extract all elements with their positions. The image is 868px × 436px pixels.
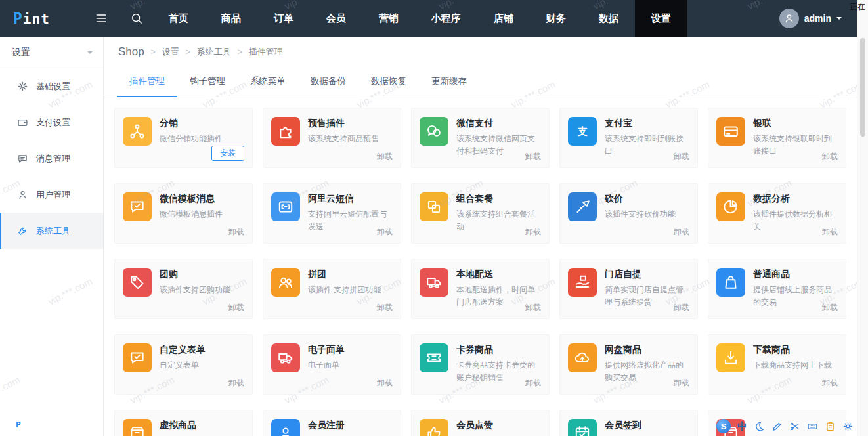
wallet-icon: [17, 117, 28, 128]
uninstall-link[interactable]: 卸载: [822, 378, 838, 389]
tab-2[interactable]: 钩子管理: [177, 67, 238, 97]
nav-item-4[interactable]: 会员: [310, 0, 362, 37]
tab-3[interactable]: 系统菜单: [238, 67, 298, 97]
sidebar-item-2[interactable]: 支付设置: [0, 104, 103, 141]
plugin-card: 支支付宝该系统支持即时到账接口卸载: [559, 108, 698, 168]
plugin-title: 会员点赞: [456, 420, 541, 431]
plugin-desc: 该插件支持砍价功能: [605, 208, 689, 221]
plugin-title: 银联: [753, 118, 838, 129]
plugin-title: 下载商品: [753, 344, 838, 356]
uninstall-link[interactable]: 卸载: [228, 227, 244, 238]
plugin-title: 本地配送: [456, 269, 541, 280]
main-content: Shop>设置>系统工具>插件管理 插件管理钩子管理系统菜单数据备份数据恢复更新…: [104, 37, 868, 436]
breadcrumb-item-1[interactable]: Shop: [118, 45, 144, 58]
nav-item-5[interactable]: 营销: [362, 0, 415, 37]
scissors-icon[interactable]: [789, 421, 800, 432]
uninstall-link[interactable]: 卸载: [674, 302, 689, 313]
sidebar-item-4[interactable]: 用户管理: [0, 177, 103, 213]
uninstall-link[interactable]: 卸载: [377, 151, 393, 162]
uninstall-link[interactable]: 卸载: [674, 151, 689, 162]
nav-item-3[interactable]: 订单: [257, 0, 310, 37]
plugin-icon-tile: [123, 343, 152, 372]
uninstall-link[interactable]: 卸载: [525, 151, 541, 162]
plugin-title: 卡券商品: [456, 344, 541, 356]
uninstall-link[interactable]: 卸载: [377, 302, 393, 313]
nav-item-2[interactable]: 商品: [205, 0, 257, 37]
clipboard-icon[interactable]: [825, 421, 836, 432]
plugin-icon-tile: [123, 117, 152, 146]
plugin-card: 微信模板消息微信模板消息插件卸载: [114, 183, 253, 244]
breadcrumb-separator: >: [151, 47, 156, 56]
chatcheck-icon: [129, 198, 146, 215]
ime-language-indicator[interactable]: 中: [737, 420, 747, 433]
plugin-icon-tile: [123, 419, 152, 436]
search-icon[interactable]: [130, 12, 143, 25]
sidebar-title-label: 设置: [12, 47, 30, 58]
tab-4[interactable]: 数据备份: [298, 67, 358, 97]
sidebar-item-label: 系统工具: [36, 225, 70, 237]
moon-icon[interactable]: [754, 421, 765, 432]
plugin-card: 本地配送本地配送插件，时间单 门店配送方案卸载: [411, 259, 550, 319]
chatcheck-icon: [129, 349, 146, 366]
app-logo[interactable]: Pint: [13, 10, 50, 27]
breadcrumb-item-2[interactable]: 设置: [162, 46, 179, 58]
uninstall-link[interactable]: 卸载: [525, 378, 541, 389]
hamburger-menu-icon[interactable]: [95, 12, 108, 25]
tools-icon: [17, 225, 28, 236]
user-menu[interactable]: admin: [779, 9, 842, 28]
plugin-card: 银联该系统支持银联即时到账接口卸载: [708, 108, 846, 168]
nav-item-1[interactable]: 首页: [152, 0, 205, 37]
plugin-icon-tile: [420, 343, 448, 372]
tab-1[interactable]: 插件管理: [117, 67, 177, 97]
uninstall-link[interactable]: 卸载: [674, 227, 689, 238]
sidebar-menu: 基础设置支付设置消息管理用户管理系统工具: [0, 68, 103, 249]
sidebar-item-1[interactable]: 基础设置: [0, 68, 103, 104]
tag-icon: [129, 274, 146, 291]
uninstall-link[interactable]: 卸载: [822, 227, 838, 238]
plugin-card: 微信支付该系统支持微信网页支付和扫码支付卸载: [411, 108, 550, 168]
plugin-title: 电子面单: [308, 344, 393, 356]
scrollbar-track[interactable]: [857, 0, 868, 436]
pen-icon[interactable]: [771, 421, 783, 432]
uninstall-link[interactable]: 卸载: [228, 378, 244, 389]
breadcrumb-item-4[interactable]: 插件管理: [249, 46, 283, 58]
plugin-icon-tile: [716, 268, 745, 297]
username: admin: [804, 13, 831, 24]
keyboard-icon[interactable]: [807, 421, 818, 432]
plugin-info: 会员点赞: [456, 419, 541, 436]
nav-item-8[interactable]: 财务: [530, 0, 582, 37]
breadcrumb-item-3[interactable]: 系统工具: [197, 46, 231, 58]
plugin-card: 会员签到: [559, 410, 698, 436]
uninstall-link[interactable]: 卸载: [525, 302, 541, 313]
nav-item-7[interactable]: 店铺: [477, 0, 530, 37]
tab-6[interactable]: 更新缓存: [419, 67, 479, 97]
uninstall-link[interactable]: 卸载: [674, 378, 689, 389]
install-button[interactable]: 安装: [211, 146, 244, 161]
plugin-icon-tile: [568, 343, 597, 372]
svg-text:支: 支: [576, 125, 588, 137]
nav-item-6[interactable]: 小程序: [415, 0, 477, 37]
plugin-icon-tile: [420, 268, 448, 297]
uninstall-link[interactable]: 卸载: [377, 378, 393, 389]
sidebar-item-5[interactable]: 系统工具: [0, 213, 103, 249]
tab-5[interactable]: 数据恢复: [358, 67, 419, 97]
uninstall-link[interactable]: 卸载: [377, 227, 393, 238]
sidebar-item-label: 支付设置: [36, 117, 70, 129]
scrollbar-thumb[interactable]: [860, 38, 865, 137]
plugin-title: 团购: [160, 269, 244, 280]
uninstall-link[interactable]: 卸载: [228, 302, 244, 313]
plugin-icon-tile: [716, 117, 745, 146]
ime-logo-icon[interactable]: S: [716, 419, 731, 433]
top-navbar: Pint 首页商品订单会员营销小程序店铺财务数据设置 admin: [0, 0, 868, 37]
plugin-card: 组合套餐该系统支持组合套餐活动卸载: [411, 183, 550, 244]
gear-icon[interactable]: [842, 421, 854, 432]
sidebar-item-3[interactable]: 消息管理: [0, 141, 103, 177]
uninstall-link[interactable]: 卸载: [822, 302, 838, 313]
uninstall-link[interactable]: 卸载: [822, 151, 838, 162]
plugin-card: 阿里云短信支持阿里云短信配置与发送卸载: [263, 183, 401, 244]
nav-item-10[interactable]: 设置: [635, 0, 687, 37]
truck-icon: [277, 349, 294, 366]
nav-item-9[interactable]: 数据: [582, 0, 635, 37]
sidebar-section-title[interactable]: 设置: [0, 37, 103, 68]
uninstall-link[interactable]: 卸载: [525, 227, 541, 238]
